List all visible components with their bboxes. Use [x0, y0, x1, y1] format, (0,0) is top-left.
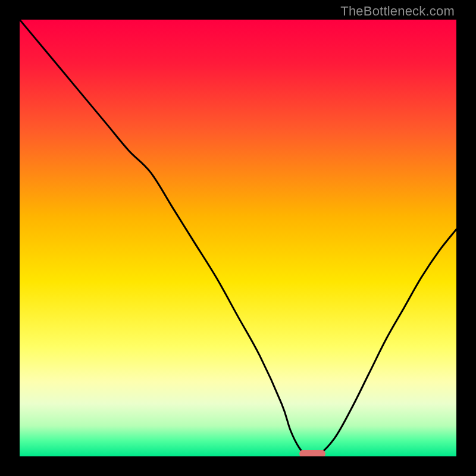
plot-area	[20, 20, 456, 456]
bottleneck-curve	[20, 20, 456, 456]
optimal-marker	[299, 450, 325, 456]
watermark-text: TheBottleneck.com	[340, 4, 455, 19]
chart-frame: TheBottleneck.com	[0, 0, 476, 476]
